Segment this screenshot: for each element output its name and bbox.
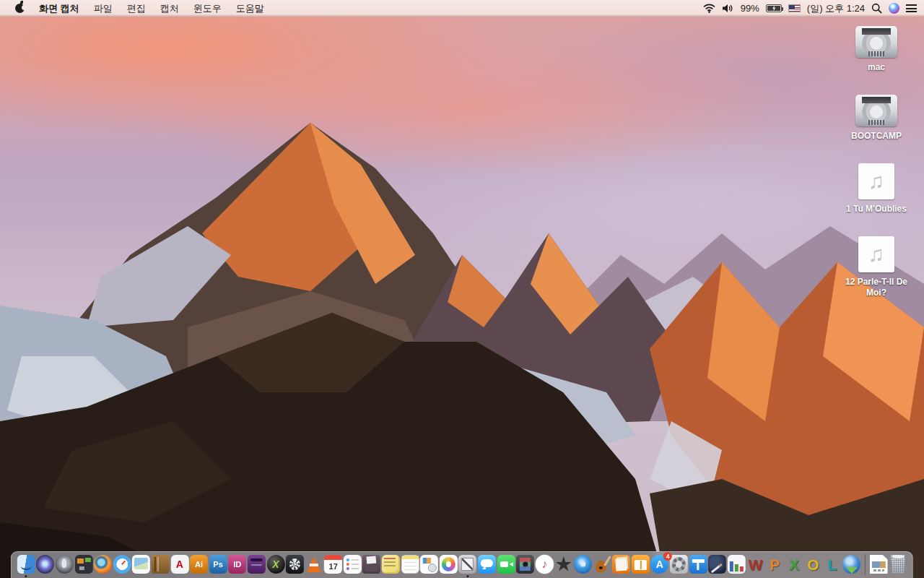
dock-separator: [865, 554, 866, 575]
screen-capture-running-indicator: [466, 575, 468, 577]
desktop-icon-label: 1 Tu M'Oublies: [846, 204, 907, 215]
wallpaper: [0, 17, 924, 578]
audio-file-icon: ♫: [858, 236, 894, 272]
dock-item-facetime[interactable]: [497, 555, 515, 574]
x-ball-glyph: X: [266, 555, 284, 574]
dock-item-screen-capture[interactable]: [458, 555, 476, 574]
dock-item-lync[interactable]: L: [824, 555, 842, 574]
battery-percent: 99%: [741, 3, 759, 14]
photoshop-glyph: Ps: [209, 555, 227, 574]
dock-item-trash[interactable]: [889, 555, 907, 574]
dock-item-word[interactable]: W: [746, 555, 764, 574]
apple-menu-icon[interactable]: [15, 4, 25, 13]
dock-item-notepad[interactable]: [401, 555, 419, 574]
hard-drive-icon: [855, 26, 897, 58]
desktop-icon-bootcamp[interactable]: BOOTCAMP: [851, 95, 902, 142]
dock-item-powerpoint[interactable]: P: [766, 555, 784, 574]
dock-item-scanner[interactable]: [362, 555, 380, 574]
desktop-icon-label: mac: [868, 62, 885, 73]
dock: AAiPsIDX17♪★A4WPXOL: [11, 551, 913, 578]
dock-item-keynote[interactable]: [689, 555, 707, 574]
dock-item-acrobat[interactable]: A: [170, 555, 188, 574]
menu-bar-status: 99% (일) 오후 1:24: [703, 2, 924, 15]
dock-item-photo-booth[interactable]: [516, 555, 534, 574]
menu-app-name[interactable]: 화면 캡처: [32, 0, 87, 17]
dock-item-recent-document[interactable]: [870, 555, 888, 574]
dock-item-safari[interactable]: [113, 555, 131, 574]
calendar-glyph: 17: [324, 555, 342, 574]
imovie-glyph: ★: [554, 555, 572, 574]
dock-item-pen[interactable]: [708, 555, 726, 574]
dock-item-vlc[interactable]: [305, 555, 323, 574]
volume-icon[interactable]: [722, 4, 734, 13]
desktop-icon-label: 12 Parle-T-Il De Moi?: [839, 277, 914, 298]
illustrator-glyph: Ai: [190, 555, 208, 574]
dock-item-preview[interactable]: [132, 555, 150, 574]
acrobat-glyph: A: [170, 555, 188, 574]
dock-item-indesign[interactable]: ID: [228, 555, 246, 574]
dock-item-garageband[interactable]: [593, 555, 611, 574]
macos-desktop: 화면 캡처 파일 편집 캡처 윈도우 도움말 99% (일) 오후 1:24: [0, 0, 924, 578]
desktop-icon-audio-2[interactable]: ♫ 12 Parle-T-Il De Moi?: [839, 236, 914, 298]
audio-file-icon: ♫: [858, 163, 894, 199]
dock-item-finder[interactable]: [17, 555, 35, 574]
dock-item-reminders[interactable]: [344, 555, 362, 574]
dock-item-launchpad[interactable]: [56, 555, 74, 574]
dock-item-stickies[interactable]: [382, 555, 400, 574]
menu-item-window[interactable]: 윈도우: [186, 0, 229, 17]
menu-item-capture[interactable]: 캡처: [153, 0, 186, 17]
dock-item-contacts[interactable]: [152, 555, 170, 574]
wallpaper-mountains: [0, 17, 924, 578]
dock-item-illustrator[interactable]: Ai: [190, 555, 208, 574]
dock-item-template-doc[interactable]: [420, 555, 438, 574]
excel-glyph: X: [785, 555, 803, 574]
dock-item-x-ball[interactable]: X: [266, 555, 284, 574]
outlook-glyph: O: [804, 555, 822, 574]
desktop-icon-label: BOOTCAMP: [851, 131, 902, 142]
dock-item-outlook[interactable]: O: [804, 555, 822, 574]
dock-item-photos[interactable]: [440, 555, 458, 574]
menu-bar-clock[interactable]: (일) 오후 1:24: [807, 2, 865, 15]
dock-item-siri[interactable]: [36, 555, 54, 574]
dock-item-dvd[interactable]: [574, 555, 592, 574]
dock-item-calendar[interactable]: 17: [324, 555, 342, 574]
battery-icon[interactable]: [766, 4, 782, 12]
lync-glyph: L: [824, 555, 842, 574]
dock-item-fan-disk[interactable]: [286, 555, 304, 574]
dock-item-photoshop[interactable]: Ps: [209, 555, 227, 574]
wifi-icon[interactable]: [703, 4, 715, 13]
finder-running-indicator: [25, 575, 27, 577]
dock-item-excel[interactable]: X: [785, 555, 803, 574]
desktop-icon-audio-1[interactable]: ♫ 1 Tu M'Oublies: [846, 163, 907, 215]
dock-item-mission-control[interactable]: [74, 555, 92, 574]
dock-item-office-chart[interactable]: [728, 555, 746, 574]
dock-item-ibooks[interactable]: [632, 555, 650, 574]
dock-item-itunes[interactable]: ♪: [536, 555, 554, 574]
menu-item-file[interactable]: 파일: [87, 0, 120, 17]
dock-item-messages[interactable]: [478, 555, 496, 574]
menu-item-help[interactable]: 도움말: [229, 0, 271, 17]
dock-item-app-store[interactable]: A4: [650, 555, 668, 574]
dock-item-imovie[interactable]: ★: [554, 555, 572, 574]
menu-bar: 화면 캡처 파일 편집 캡처 윈도우 도움말 99% (일) 오후 1:24: [0, 0, 924, 17]
indesign-glyph: ID: [228, 555, 246, 574]
word-glyph: W: [746, 555, 764, 574]
itunes-glyph: ♪: [536, 555, 554, 574]
notification-center-icon[interactable]: [906, 4, 917, 12]
hard-drive-icon: [855, 95, 897, 126]
dock-item-web-download[interactable]: [842, 555, 860, 574]
desktop-icon-mac[interactable]: mac: [855, 26, 897, 73]
dock-item-news[interactable]: [612, 555, 630, 574]
desktop-icon-column: mac BOOTCAMP ♫ 1 Tu M'Oublies ♫ 12 Parle…: [839, 26, 914, 320]
menu-item-edit[interactable]: 편집: [120, 0, 153, 17]
powerpoint-glyph: P: [766, 555, 784, 574]
menu-bar-left: 화면 캡처 파일 편집 캡처 윈도우 도움말: [0, 0, 271, 17]
dock-item-system-preferences[interactable]: [670, 555, 688, 574]
input-flag-icon[interactable]: [788, 4, 801, 12]
search-icon[interactable]: [871, 3, 882, 14]
dock-item-toast[interactable]: [248, 555, 266, 574]
dock-item-firefox[interactable]: [94, 555, 112, 574]
siri-icon[interactable]: [889, 3, 899, 14]
